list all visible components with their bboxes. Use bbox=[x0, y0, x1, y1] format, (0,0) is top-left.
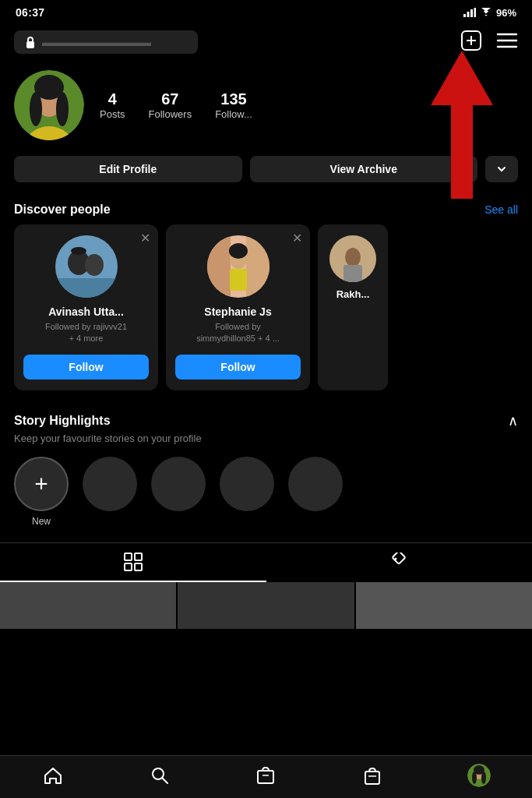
highlights-header: Story Highlights ∧ bbox=[14, 412, 518, 429]
people-scroll: ✕ Avinash Utta... Followed by rajivvv21+… bbox=[0, 224, 532, 404]
add-highlight-button[interactable]: + bbox=[14, 457, 69, 511]
content-tabs bbox=[0, 542, 532, 582]
discover-people-header: Discover people See all bbox=[0, 195, 532, 224]
svg-rect-35 bbox=[135, 563, 142, 570]
bag-icon bbox=[362, 765, 382, 786]
following-label: Follow... bbox=[215, 108, 252, 120]
story-highlights: Story Highlights ∧ Keep your favourite s… bbox=[0, 404, 532, 542]
svg-line-41 bbox=[162, 778, 167, 783]
person-sub-1: Followed by rajivvv21+ 4 more bbox=[23, 321, 149, 345]
svg-rect-2 bbox=[470, 9, 473, 17]
tab-tagged[interactable] bbox=[266, 543, 533, 582]
close-card-2[interactable]: ✕ bbox=[292, 232, 302, 245]
menu-button[interactable] bbox=[496, 31, 518, 53]
tab-posts[interactable] bbox=[0, 543, 266, 582]
highlights-collapse-button[interactable]: ∧ bbox=[508, 412, 518, 429]
svg-rect-42 bbox=[258, 771, 273, 783]
svg-rect-1 bbox=[467, 12, 469, 17]
person-card-2: ✕ Stephanie Js Followed bysimmydhillon85… bbox=[166, 224, 310, 390]
highlights-title: Story Highlights bbox=[14, 414, 111, 428]
svg-rect-0 bbox=[463, 14, 466, 17]
add-post-button[interactable] bbox=[460, 30, 482, 55]
nav-home[interactable] bbox=[0, 764, 107, 787]
top-nav-icons bbox=[460, 30, 518, 55]
highlight-circle-2[interactable] bbox=[151, 457, 206, 511]
status-bar: 06:37 96% bbox=[0, 0, 532, 23]
highlight-new-label: New bbox=[32, 516, 51, 527]
highlight-new: + New bbox=[14, 457, 69, 527]
person-avatar-1 bbox=[55, 235, 118, 298]
tag-icon bbox=[389, 553, 408, 571]
grid-cell-3[interactable] bbox=[356, 582, 532, 629]
highlights-subtitle: Keep your favourite stories on your prof… bbox=[14, 433, 518, 444]
person-card-3-partial: Rakh... bbox=[318, 224, 388, 390]
person-sub-2: Followed bysimmydhillon85 + 4 ... bbox=[175, 321, 301, 345]
highlight-placeholder-2 bbox=[151, 457, 206, 511]
avatar-image bbox=[14, 70, 84, 140]
followers-label: Followers bbox=[149, 108, 192, 120]
posts-label: Posts bbox=[100, 108, 125, 120]
chevron-button[interactable] bbox=[485, 156, 518, 182]
nav-search[interactable] bbox=[107, 764, 213, 787]
follow-button-1[interactable]: Follow bbox=[23, 355, 149, 380]
svg-point-49 bbox=[472, 772, 477, 784]
highlight-placeholder-3 bbox=[220, 457, 274, 511]
svg-point-16 bbox=[56, 92, 69, 126]
edit-profile-button[interactable]: Edit Profile bbox=[14, 156, 242, 182]
svg-point-50 bbox=[481, 772, 486, 784]
person-card-1: ✕ Avinash Utta... Followed by rajivvv21+… bbox=[14, 224, 158, 390]
battery-level: 96% bbox=[496, 7, 516, 19]
svg-point-30 bbox=[345, 248, 361, 267]
grid-icon bbox=[124, 553, 143, 571]
posts-stat[interactable]: 4 Posts bbox=[100, 90, 125, 120]
profile-actions: Edit Profile View Archive bbox=[0, 153, 532, 195]
svg-rect-44 bbox=[365, 772, 379, 784]
grid-cell-1[interactable] bbox=[0, 582, 176, 629]
see-all-button[interactable]: See all bbox=[484, 203, 518, 216]
nav-profile[interactable] bbox=[425, 764, 532, 787]
person-name-1: Avinash Utta... bbox=[23, 305, 149, 318]
svg-point-20 bbox=[85, 254, 104, 276]
svg-rect-36 bbox=[393, 553, 406, 564]
status-time: 06:37 bbox=[16, 6, 44, 19]
svg-rect-18 bbox=[55, 278, 118, 298]
highlight-circle-3[interactable] bbox=[220, 457, 274, 511]
person-name-2: Stephanie Js bbox=[175, 305, 301, 318]
highlight-placeholder-4 bbox=[288, 457, 343, 511]
svg-rect-27 bbox=[230, 269, 247, 291]
view-archive-button[interactable]: View Archive bbox=[250, 156, 478, 182]
top-nav: ▬▬▬▬▬▬▬▬▬▬ bbox=[0, 23, 532, 62]
grid-preview bbox=[0, 582, 532, 629]
highlight-circle-1[interactable] bbox=[83, 457, 137, 511]
svg-rect-3 bbox=[474, 8, 476, 17]
shop-icon bbox=[255, 765, 276, 786]
bottom-nav bbox=[0, 755, 532, 798]
nav-bag[interactable] bbox=[319, 764, 426, 787]
search-icon bbox=[150, 765, 170, 786]
follow-button-2[interactable]: Follow bbox=[175, 355, 301, 380]
following-stat[interactable]: 135 Follow... bbox=[215, 90, 252, 120]
close-card-1[interactable]: ✕ bbox=[140, 232, 150, 245]
nav-profile-avatar bbox=[467, 764, 491, 787]
signal-icon bbox=[463, 8, 476, 17]
nav-shop[interactable] bbox=[213, 764, 319, 787]
svg-rect-34 bbox=[125, 563, 132, 570]
username-bar: ▬▬▬▬▬▬▬▬▬▬ bbox=[14, 30, 198, 54]
highlights-row: + New bbox=[14, 457, 518, 542]
following-count: 135 bbox=[215, 90, 252, 108]
person-avatar-2 bbox=[207, 235, 270, 298]
followers-count: 67 bbox=[149, 90, 192, 108]
home-icon bbox=[43, 765, 63, 786]
svg-rect-33 bbox=[135, 553, 142, 560]
grid-cell-2[interactable] bbox=[178, 582, 354, 629]
posts-count: 4 bbox=[100, 90, 125, 108]
svg-point-15 bbox=[30, 92, 42, 126]
svg-rect-4 bbox=[26, 41, 34, 48]
person-name-3-partial: Rakh... bbox=[324, 288, 382, 300]
svg-rect-22 bbox=[74, 249, 83, 252]
highlight-circle-4[interactable] bbox=[288, 457, 343, 511]
avatar bbox=[14, 70, 84, 140]
svg-rect-25 bbox=[246, 235, 270, 298]
discover-title: Discover people bbox=[14, 203, 111, 217]
followers-stat[interactable]: 67 Followers bbox=[149, 90, 192, 120]
